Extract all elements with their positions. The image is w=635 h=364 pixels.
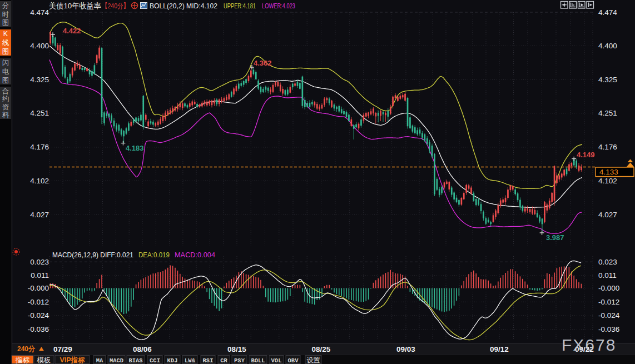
svg-text:0.011: 0.011 xyxy=(598,271,617,280)
svg-text:4.474: 4.474 xyxy=(598,8,617,17)
svg-text:FX678: FX678 xyxy=(562,336,616,354)
svg-text:LW&: LW& xyxy=(185,357,196,364)
svg-text:-0.012: -0.012 xyxy=(598,298,619,306)
svg-text:-0.036: -0.036 xyxy=(28,325,49,333)
svg-text:4.422: 4.422 xyxy=(63,27,81,35)
svg-text:VOL: VOL xyxy=(271,357,282,364)
svg-text:-0.012: -0.012 xyxy=(28,298,49,306)
svg-text:0.011: 0.011 xyxy=(31,271,49,280)
svg-text:-0.000: -0.000 xyxy=(28,284,49,292)
svg-text:图: 图 xyxy=(2,19,9,27)
svg-text:BIAS: BIAS xyxy=(128,357,142,364)
svg-text:约: 约 xyxy=(2,95,9,103)
svg-text:08/25: 08/25 xyxy=(312,345,331,353)
svg-text:4.400: 4.400 xyxy=(598,42,617,50)
svg-text:合: 合 xyxy=(2,87,9,95)
svg-text:09/12: 09/12 xyxy=(490,345,509,353)
svg-text:-0.024: -0.024 xyxy=(598,311,620,320)
svg-text:0.023: 0.023 xyxy=(30,258,49,266)
svg-text:07/29: 07/29 xyxy=(53,345,72,353)
svg-text:08/15: 08/15 xyxy=(227,345,246,353)
svg-text:4.325: 4.325 xyxy=(598,76,617,84)
svg-text:MA: MA xyxy=(96,357,103,364)
svg-text:设置: 设置 xyxy=(307,356,320,364)
svg-text:DEA:0.019: DEA:0.019 xyxy=(138,251,170,259)
svg-text:4.183: 4.183 xyxy=(126,144,144,152)
svg-text:OBV: OBV xyxy=(288,357,299,364)
svg-text:LOWER:4.023: LOWER:4.023 xyxy=(262,2,295,10)
svg-text:4.102: 4.102 xyxy=(30,177,49,185)
svg-text:BOLL: BOLL xyxy=(251,357,265,364)
svg-text:4.325: 4.325 xyxy=(30,76,49,84)
svg-text:4.176: 4.176 xyxy=(598,143,617,151)
svg-text:【240分】: 【240分】 xyxy=(102,2,129,10)
svg-text:CR: CR xyxy=(220,357,227,364)
svg-text:BOLL(20,2) MID:4.102: BOLL(20,2) MID:4.102 xyxy=(150,2,217,10)
svg-text:4.251: 4.251 xyxy=(598,109,617,117)
svg-text:4.251: 4.251 xyxy=(30,109,49,117)
svg-text:分: 分 xyxy=(2,2,9,9)
svg-text:4.362: 4.362 xyxy=(254,59,272,67)
svg-text:240分: 240分 xyxy=(17,345,36,353)
svg-text:-0.000: -0.000 xyxy=(598,284,619,292)
svg-text:RSI: RSI xyxy=(203,357,214,364)
svg-text:4.149: 4.149 xyxy=(577,151,595,159)
svg-text:美债10年收益率: 美债10年收益率 xyxy=(49,2,101,10)
svg-text:4.474: 4.474 xyxy=(30,8,49,17)
svg-text:09/03: 09/03 xyxy=(396,345,415,353)
svg-text:0.023: 0.023 xyxy=(598,258,617,266)
svg-text:图: 图 xyxy=(2,77,9,84)
svg-text:MACD(26,12,9) DIFF:0.021: MACD(26,12,9) DIFF:0.021 xyxy=(52,251,133,259)
svg-text:-0.036: -0.036 xyxy=(598,325,619,333)
svg-text:MACD:0.004: MACD:0.004 xyxy=(175,251,215,259)
svg-text:VIP指标: VIP指标 xyxy=(59,356,85,364)
svg-text:4.176: 4.176 xyxy=(30,143,49,151)
svg-text:K: K xyxy=(3,30,8,38)
svg-text:线: 线 xyxy=(2,39,9,47)
svg-text:-0.024: -0.024 xyxy=(28,311,49,320)
svg-text:4.027: 4.027 xyxy=(598,211,617,219)
svg-text:时: 时 xyxy=(2,11,9,18)
svg-text:08/06: 08/06 xyxy=(133,345,152,353)
svg-text:3.987: 3.987 xyxy=(546,233,564,242)
svg-text:PSY: PSY xyxy=(234,357,245,364)
svg-text:4.133: 4.133 xyxy=(599,168,618,176)
svg-text:模板: 模板 xyxy=(37,356,51,364)
svg-text:MACD: MACD xyxy=(110,357,123,364)
svg-text:4.102: 4.102 xyxy=(598,177,617,185)
svg-text:料: 料 xyxy=(2,111,9,119)
svg-text:4.027: 4.027 xyxy=(30,211,49,219)
svg-text:资: 资 xyxy=(2,103,9,111)
svg-text:4.400: 4.400 xyxy=(30,42,49,50)
svg-text:KDJ: KDJ xyxy=(167,357,178,364)
svg-text:CCI: CCI xyxy=(150,357,160,364)
svg-text:图: 图 xyxy=(2,48,9,56)
svg-text:UPPER:4.181: UPPER:4.181 xyxy=(224,2,256,10)
svg-text:指标: 指标 xyxy=(15,356,30,364)
svg-text:电: 电 xyxy=(2,68,9,76)
svg-text:闪: 闪 xyxy=(2,59,9,67)
